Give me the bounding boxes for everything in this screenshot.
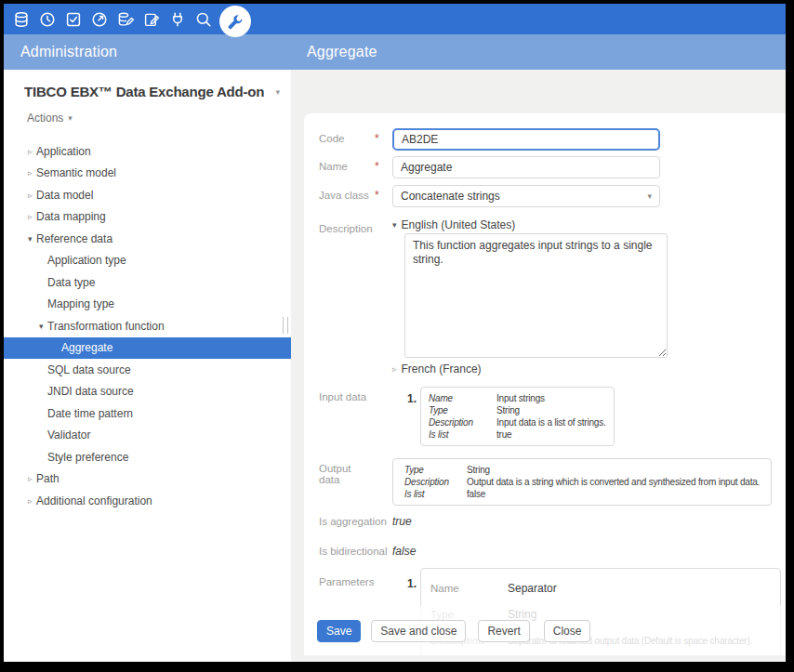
save-and-close-button[interactable]: Save and close bbox=[371, 620, 466, 642]
required-indicator: * bbox=[375, 185, 392, 207]
sidebar-resize-grip[interactable] bbox=[283, 317, 288, 334]
code-label: Code bbox=[319, 128, 375, 151]
code-input[interactable] bbox=[392, 128, 660, 151]
form-card: Code * Name * Java class * bbox=[304, 113, 786, 655]
name-label: Name bbox=[319, 156, 375, 178]
tree-item-jndi-data-source[interactable]: JNDI data source bbox=[4, 381, 291, 403]
tree-item-reference-data[interactable]: Reference data bbox=[4, 228, 291, 250]
close-button[interactable]: Close bbox=[544, 620, 591, 642]
tree-item-date-time-pattern[interactable]: Date time pattern bbox=[4, 402, 291, 425]
required-indicator: * bbox=[375, 156, 392, 178]
description-english-textarea[interactable]: This function aggregates input strings t… bbox=[404, 233, 668, 358]
plug-icon[interactable] bbox=[165, 4, 191, 34]
input-data-label: Input data bbox=[319, 387, 375, 446]
chevron-right-icon bbox=[28, 474, 36, 483]
save-button[interactable]: Save bbox=[317, 620, 361, 642]
chevron-down-icon bbox=[28, 234, 36, 244]
wrench-icon-selected[interactable] bbox=[219, 6, 251, 37]
chevron-right-icon: ▹ bbox=[392, 362, 397, 376]
clock-icon[interactable] bbox=[34, 4, 60, 34]
locale-english-label: English (United States) bbox=[402, 218, 516, 231]
tasks-icon[interactable] bbox=[60, 4, 86, 34]
list-index: 1. bbox=[392, 387, 420, 446]
chevron-right-icon bbox=[28, 168, 36, 178]
java-class-value: Concatenate strings bbox=[401, 190, 500, 203]
tree-item-validator[interactable]: Validator bbox=[4, 425, 291, 447]
is-aggregation-label: Is aggregation bbox=[319, 511, 392, 529]
gauge-icon[interactable] bbox=[86, 4, 112, 34]
chevron-down-icon: ▾ bbox=[271, 87, 280, 97]
chevron-right-icon bbox=[28, 212, 36, 221]
name-input[interactable] bbox=[392, 156, 660, 178]
actions-menu[interactable]: Actions ▾ bbox=[27, 112, 73, 125]
pane-title-administration: Administration bbox=[20, 34, 117, 70]
chevron-down-icon: ▾ bbox=[68, 113, 73, 123]
sidebar-title-menu[interactable]: TIBCO EBX™ Data Exchange Add-on ▾ bbox=[4, 70, 291, 99]
tree-item-path[interactable]: Path bbox=[4, 468, 291, 491]
tree-item-data-model[interactable]: Data model bbox=[4, 184, 291, 206]
java-class-select[interactable]: Concatenate strings ▾ bbox=[392, 185, 660, 207]
locale-english-toggle[interactable]: ▾ English (United States) bbox=[392, 218, 786, 231]
is-aggregation-value: true bbox=[392, 511, 786, 529]
navigation-tree: Application Semantic model Data model Da… bbox=[4, 140, 291, 512]
tree-item-style-preference[interactable]: Style preference bbox=[4, 446, 291, 468]
chevron-down-icon: ▾ bbox=[392, 218, 397, 231]
tree-item-application[interactable]: Application bbox=[4, 140, 291, 163]
chevron-right-icon bbox=[28, 147, 36, 156]
database-icon[interactable] bbox=[8, 4, 34, 34]
tree-item-data-mapping[interactable]: Data mapping bbox=[4, 206, 291, 229]
tree-item-mapping-type[interactable]: Mapping type bbox=[4, 294, 291, 316]
is-bidirectional-label: Is bidirectional bbox=[319, 541, 392, 559]
sidebar-title: TIBCO EBX™ Data Exchange Add-on bbox=[24, 84, 264, 99]
locale-french-label: French (France) bbox=[402, 362, 482, 376]
is-bidirectional-value: false bbox=[392, 541, 786, 559]
actions-label: Actions bbox=[27, 112, 63, 125]
tree-item-semantic-model[interactable]: Semantic model bbox=[4, 163, 291, 185]
chevron-down-icon: ▾ bbox=[647, 191, 652, 201]
chevron-right-icon bbox=[28, 191, 36, 200]
tree-item-data-type[interactable]: Data type bbox=[4, 271, 291, 294]
chevron-right-icon bbox=[28, 496, 36, 506]
top-toolbar bbox=[4, 4, 786, 34]
pane-title-aggregate: Aggregate bbox=[307, 34, 377, 70]
tree-item-transformation-function[interactable]: Transformation function bbox=[4, 315, 291, 337]
tree-item-additional-configuration[interactable]: Additional configuration bbox=[4, 490, 291, 512]
record-form: Code * Name * Java class * bbox=[304, 113, 786, 655]
tree-item-aggregate-selected[interactable]: Aggregate bbox=[4, 337, 291, 360]
app-window: Administration Aggregate TIBCO EBX™ Data… bbox=[4, 4, 786, 662]
tree-item-sql-data-source[interactable]: SQL data source bbox=[4, 359, 291, 381]
chevron-down-icon bbox=[39, 322, 47, 331]
form-edit-icon[interactable] bbox=[139, 4, 165, 34]
required-indicator: * bbox=[375, 128, 392, 151]
search-icon[interactable] bbox=[191, 4, 217, 34]
description-label: Description bbox=[319, 218, 375, 376]
pane-header-bar: Administration Aggregate bbox=[4, 34, 786, 70]
tree-item-application-type[interactable]: Application type bbox=[4, 250, 291, 272]
java-class-label: Java class bbox=[319, 185, 375, 207]
parameter-name-value: Separator bbox=[508, 582, 557, 595]
output-data-box: TypeString DescriptionOutput data is a s… bbox=[392, 458, 772, 506]
revert-button[interactable]: Revert bbox=[478, 620, 529, 642]
input-data-box: NameInput strings TypeString Description… bbox=[420, 387, 615, 446]
data-model-icon[interactable] bbox=[112, 4, 139, 34]
output-data-label: Output data bbox=[319, 458, 375, 506]
sidebar: TIBCO EBX™ Data Exchange Add-on ▾ Action… bbox=[4, 70, 291, 662]
action-bar: Save Save and close Revert Close bbox=[304, 606, 786, 655]
locale-french-toggle[interactable]: ▹ French (France) bbox=[392, 362, 786, 376]
main-panel: Code * Name * Java class * bbox=[291, 70, 786, 662]
